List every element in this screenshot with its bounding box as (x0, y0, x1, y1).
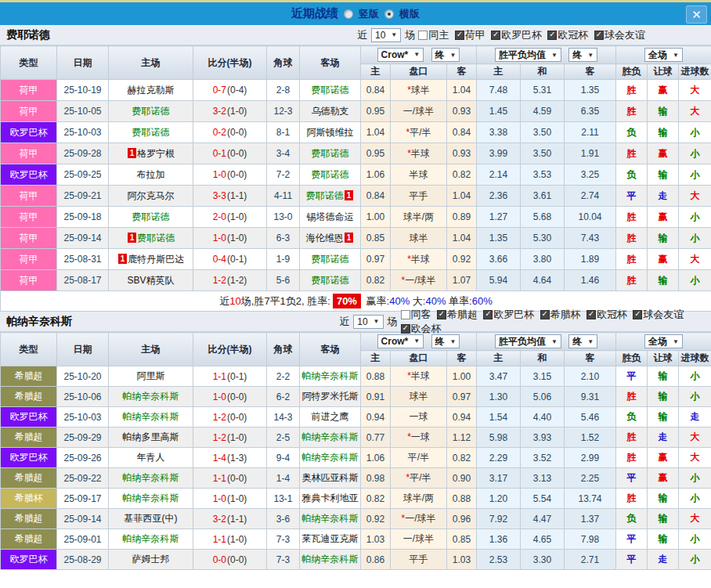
league-filter[interactable]: 欧罗巴杯 (489, 28, 542, 42)
league-filter-checkbox[interactable] (586, 310, 596, 319)
odds-final-select[interactable]: 终▼ (431, 334, 460, 348)
halftime-score: (0-0) (227, 169, 247, 180)
mean-away-odds: 1.37 (565, 509, 616, 529)
col-mean-draw: 和 (521, 64, 565, 80)
league-filter[interactable]: 球会友谊 (592, 28, 645, 42)
home-team-cell: 帕纳辛奈科斯 (109, 407, 193, 427)
col-odds-away: 客 (447, 351, 477, 366)
league-filter-checkbox[interactable] (491, 31, 500, 40)
league-filter-checkbox[interactable] (418, 31, 428, 40)
result-winloss: 胜 (616, 80, 648, 101)
mean-home-odds: 7.92 (477, 509, 521, 529)
odds-home: 0.95 (361, 101, 391, 122)
team-name: 费耶诺德 (0, 28, 356, 42)
home-team-cell: 帕纳辛奈科斯 (109, 489, 193, 509)
mean-source-select[interactable]: 胜平负均值▼ (495, 334, 561, 348)
league-filter-checkbox[interactable] (594, 31, 604, 40)
table-row: 希腊超 25-09-29 帕纳多里高斯 1-2(1-0) 2-5 帕纳辛奈科斯 … (1, 427, 711, 448)
fulltime-score: 1-4 (213, 453, 226, 464)
league-filter-checkbox[interactable] (547, 31, 557, 40)
league-filter-checkbox[interactable] (483, 310, 493, 319)
mean-home-odds: 1.36 (477, 529, 521, 550)
layout-radio-horizontal-label[interactable]: 横版 (399, 7, 420, 21)
league-filter-label: 欧冠杯 (597, 308, 627, 322)
col-mean-draw: 和 (521, 351, 565, 366)
match-rows: 希腊超 25-10-20 阿里斯 1-1(0-1) 2-2 帕纳辛奈科斯 0.8… (1, 366, 711, 570)
league-filter[interactable]: 希腊超 (435, 308, 478, 322)
col-corner: 角球 (267, 333, 300, 366)
corner-count: 1-9 (267, 249, 300, 270)
league-filter-checkbox[interactable] (437, 310, 446, 319)
league-filter[interactable]: 同客 (399, 308, 431, 322)
match-date: 25-08-17 (57, 270, 109, 291)
dialog-title: 近期战绩 (291, 6, 338, 21)
mean-source-select[interactable]: 胜平负均值▼ (495, 48, 561, 62)
league-filter[interactable]: 欧罗巴杯 (481, 308, 534, 322)
focal-team-name: 帕纳辛奈科斯 (123, 472, 179, 483)
result-winloss: 胜 (616, 228, 648, 249)
near-count-select[interactable]: 10▼ (353, 315, 383, 329)
handicap-cell: 球半 (391, 228, 447, 249)
league-type-badge: 希腊超 (1, 509, 57, 529)
odds-home: 1.03 (361, 529, 391, 550)
layout-radio-vertical[interactable] (344, 9, 353, 19)
odds-final-select[interactable]: 终▼ (431, 48, 460, 62)
league-filter[interactable]: 欧冠杯 (545, 28, 588, 42)
team-section: 费耶诺德 近 10▼ 场 同主 荷甲 欧罗巴杯 欧冠杯 球会友谊 (0, 25, 711, 312)
focal-team-name: 帕纳辛奈科斯 (302, 513, 359, 524)
league-filter[interactable]: 欧冠杯 (584, 308, 627, 322)
odds-source-select[interactable]: Crow*▼ (377, 48, 424, 62)
table-row: 欧罗巴杯 25-08-29 萨姆士邦 0-0(0-0) 7-3 帕纳辛奈科斯 0… (1, 550, 711, 570)
result-goals: 小 (679, 468, 711, 489)
handicap-text: 球半/两 (403, 492, 434, 503)
odds-away: 0.94 (447, 407, 477, 427)
layout-radio-horizontal[interactable] (384, 9, 394, 19)
league-filter[interactable]: 同主 (416, 28, 449, 42)
col-handicap: 盘口 (391, 351, 447, 366)
mean-final-select[interactable]: 终▼ (568, 334, 597, 348)
league-filter-checkbox[interactable] (401, 324, 410, 334)
result-handicap: 赢 (648, 207, 679, 228)
halftime-score: (0-0) (227, 148, 247, 159)
match-date: 25-09-28 (57, 143, 109, 164)
corner-count: 6-3 (267, 228, 300, 249)
league-filter[interactable]: 球会友谊 (630, 308, 684, 322)
layout-radio-vertical-label[interactable]: 竖版 (359, 7, 379, 21)
col-odds-away: 客 (447, 64, 477, 80)
handicap-cell: *一/球半 (391, 509, 447, 529)
summary-segment: 40% (389, 295, 410, 307)
league-filter[interactable]: 荷甲 (453, 28, 485, 42)
mean-away-odds: 6.35 (565, 101, 616, 122)
match-date: 25-09-14 (57, 509, 109, 529)
team-name: 帕纳辛奈科斯 (0, 315, 338, 329)
fullmatch-select[interactable]: 全场▼ (644, 48, 683, 62)
league-type-badge: 希腊超 (1, 387, 57, 407)
close-button[interactable]: ✕ (686, 5, 707, 23)
odds-source-select[interactable]: Crow*▼ (377, 334, 424, 348)
league-type-badge: 荷甲 (1, 101, 57, 122)
fullmatch-select[interactable]: 全场▼ (644, 334, 683, 348)
score-cell: 1-1(1-0) (193, 529, 267, 550)
handicap-text: 半球 (411, 148, 430, 159)
chevron-down-icon: ▼ (587, 52, 594, 59)
league-filter-checkbox[interactable] (455, 31, 464, 40)
result-handicap: 输 (648, 407, 679, 427)
corner-count: 4-11 (267, 186, 300, 207)
result-winloss: 胜 (616, 207, 648, 228)
mean-final-select[interactable]: 终▼ (568, 48, 597, 62)
league-type-badge: 希腊超 (1, 366, 57, 387)
fulltime-score: 3-3 (213, 190, 226, 201)
opponent-team-name: SBV精英队 (127, 275, 174, 286)
mean-home-odds: 3.99 (477, 143, 521, 164)
score-cell: 3-2(1-0) (193, 101, 267, 122)
mean-home-odds: 3.17 (477, 468, 521, 489)
result-goals: 大 (679, 427, 711, 448)
league-type-badge: 荷甲 (1, 143, 57, 164)
league-filter-checkbox[interactable] (540, 310, 550, 319)
odds-home: 0.98 (361, 468, 391, 489)
league-filter-checkbox[interactable] (633, 310, 642, 319)
filter-list: 同主 荷甲 欧罗巴杯 欧冠杯 球会友谊 (416, 28, 645, 42)
league-filter-checkbox[interactable] (401, 310, 410, 319)
league-filter[interactable]: 希腊杯 (538, 308, 581, 322)
near-count-select[interactable]: 10▼ (371, 28, 401, 42)
